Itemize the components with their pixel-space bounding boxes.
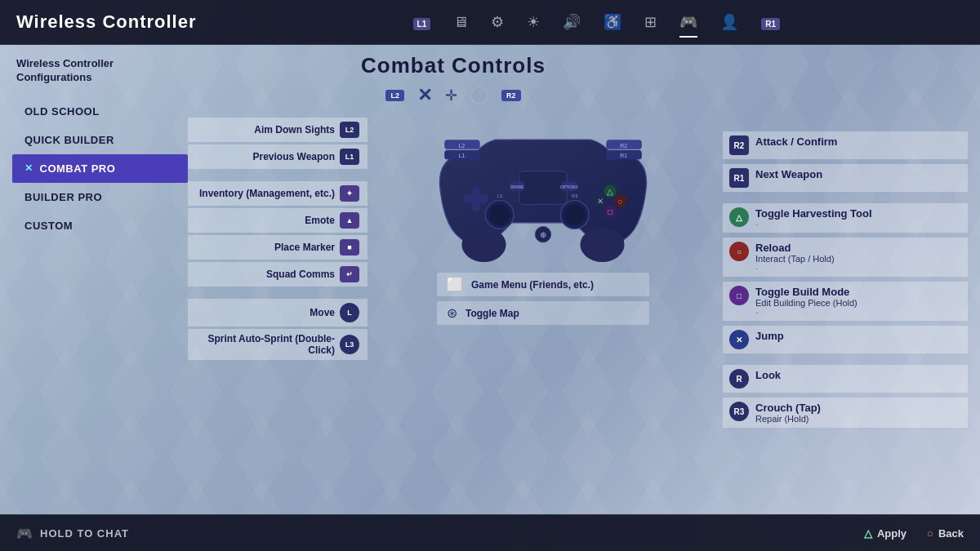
top-navigation-bar: Wireless Controller L1 🖥 ⚙ ☀ 🔊 ♿ ⊞ 🎮 👤 R… bbox=[0, 0, 980, 45]
square-btn: □ bbox=[729, 286, 749, 305]
mapping-label: Previous Weapon bbox=[253, 151, 335, 162]
mapping-label: Place Marker bbox=[274, 242, 335, 253]
nav-brightness[interactable]: ☀ bbox=[527, 13, 540, 31]
nav-audio[interactable]: 🔊 bbox=[563, 13, 581, 31]
check-icon: ✕ bbox=[24, 162, 33, 174]
jump-label: Jump bbox=[755, 330, 784, 342]
config-item-combat-pro[interactable]: ✕ COMBAT PRO bbox=[12, 154, 188, 183]
mapping-reload: ○ Reload Interact (Tap / Hold) - bbox=[723, 238, 968, 277]
harvesting-labels: Toggle Harvesting Tool - bbox=[755, 207, 872, 229]
nav-display[interactable]: 🖥 bbox=[453, 14, 468, 31]
mapping-label: Move bbox=[310, 307, 335, 318]
back-action[interactable]: ○ Back bbox=[927, 527, 964, 540]
svg-text:L3: L3 bbox=[497, 193, 502, 198]
l2-indicator: L2 bbox=[385, 90, 404, 101]
svg-text:△: △ bbox=[607, 187, 613, 196]
mapping-look: R Look bbox=[723, 365, 968, 393]
svg-text:L1: L1 bbox=[459, 153, 466, 158]
config-item-custom[interactable]: CUSTOM bbox=[12, 211, 188, 240]
controller-display: SHARE OPTIONS △ bbox=[368, 109, 719, 360]
reload-labels: Reload Interact (Tap / Hold) - bbox=[755, 242, 835, 273]
bottom-actions: △ Apply ○ Back bbox=[864, 527, 964, 540]
sprint-btn: L3 bbox=[340, 335, 359, 354]
game-menu-label: ⬜ Game Menu (Friends, etc.) bbox=[437, 273, 649, 296]
next-weapon-labels: Next Weapon bbox=[755, 168, 822, 180]
mapping-label: Aim Down Sights bbox=[254, 124, 335, 136]
top-trigger-row: L2 ✕ ✛ R2 bbox=[385, 85, 520, 106]
svg-text:✕: ✕ bbox=[597, 197, 604, 206]
svg-text:R2: R2 bbox=[620, 143, 627, 149]
full-layout: Wireless Controller Configurations OLD S… bbox=[0, 45, 980, 514]
marker-btn: ■ bbox=[340, 239, 359, 256]
toggle-map-label: ⊛ Toggle Map bbox=[437, 301, 649, 325]
nav-r1[interactable]: R1 bbox=[761, 14, 780, 31]
left-panel: Wireless Controller Configurations OLD S… bbox=[0, 45, 188, 514]
r1-btn: R1 bbox=[729, 168, 749, 188]
chat-icon: 🎮 bbox=[16, 526, 33, 541]
config-label: BUILDER PRO bbox=[24, 191, 102, 203]
mapping-sprint: Sprint Auto-Sprint (Double-Click) L3 bbox=[188, 329, 368, 360]
l1-btn: L1 bbox=[340, 149, 359, 165]
mapping-move: Move L bbox=[188, 299, 368, 327]
mapping-attack: R2 Attack / Confirm bbox=[723, 131, 968, 159]
nav-settings[interactable]: ⚙ bbox=[491, 13, 504, 31]
crouch-label: Crouch (Tap) bbox=[755, 402, 821, 414]
mapping-next-weapon: R1 Next Weapon bbox=[723, 164, 968, 192]
nav-network[interactable]: ⊞ bbox=[644, 13, 657, 31]
emote-btn: ▲ bbox=[340, 212, 359, 229]
mapping-build-mode: □ Toggle Build Mode Edit Building Piece … bbox=[723, 282, 968, 321]
chat-label: HOLD TO CHAT bbox=[40, 527, 129, 540]
nav-controller[interactable]: 🎮 bbox=[679, 13, 697, 31]
svg-text:OPTIONS: OPTIONS bbox=[560, 185, 578, 189]
triangle-btn: △ bbox=[729, 207, 749, 227]
cross-icon: ✕ bbox=[417, 85, 432, 106]
look-label: Look bbox=[755, 369, 781, 381]
svg-text:○: ○ bbox=[618, 197, 623, 206]
svg-text:SHARE: SHARE bbox=[510, 185, 524, 189]
svg-point-0 bbox=[461, 227, 506, 262]
mapping-inventory: Inventory (Management, etc.) ✦ bbox=[188, 181, 368, 206]
back-label: Back bbox=[938, 527, 964, 540]
build-label: Toggle Build Mode bbox=[755, 286, 858, 298]
mapping-jump: ✕ Jump bbox=[723, 326, 968, 353]
move-btn: L bbox=[340, 303, 359, 322]
mapping-aim-down-sights: Aim Down Sights L2 bbox=[188, 118, 368, 142]
attack-label: Attack / Confirm bbox=[755, 136, 837, 148]
mapping-crouch: R3 Crouch (Tap) Repair (Hold) bbox=[723, 398, 968, 428]
mapping-previous-weapon: Previous Weapon L1 bbox=[188, 144, 368, 169]
build-labels: Toggle Build Mode Edit Building Piece (H… bbox=[755, 286, 858, 317]
circle-indicator bbox=[470, 87, 488, 104]
game-menu-text: Game Menu (Friends, etc.) bbox=[471, 279, 594, 291]
mapping-label: Sprint Auto-Sprint (Double-Click) bbox=[196, 333, 335, 356]
nav-icon-row: L1 🖥 ⚙ ☀ 🔊 ♿ ⊞ 🎮 👤 R1 bbox=[229, 13, 964, 31]
nav-user[interactable]: 👤 bbox=[720, 13, 738, 31]
circle-btn: ○ bbox=[729, 242, 749, 261]
config-item-old-school[interactable]: OLD SCHOOL bbox=[12, 97, 188, 126]
config-item-quick-builder[interactable]: QUICK BUILDER bbox=[12, 126, 188, 154]
r3-crouch-btn: R3 bbox=[729, 402, 749, 421]
page-title: Wireless Controller bbox=[16, 11, 197, 33]
apply-action[interactable]: △ Apply bbox=[864, 527, 906, 540]
mapping-place-marker: Place Marker ■ bbox=[188, 235, 368, 260]
mapping-label: Inventory (Management, etc.) bbox=[199, 188, 335, 199]
move-icon: ✛ bbox=[445, 87, 457, 104]
apply-label: Apply bbox=[877, 527, 906, 540]
attack-labels: Attack / Confirm bbox=[755, 136, 837, 148]
svg-point-8 bbox=[489, 204, 510, 224]
reload-label: Reload bbox=[755, 242, 835, 254]
mapping-label: Squad Comms bbox=[266, 269, 335, 280]
config-item-builder-pro[interactable]: BUILDER PRO bbox=[12, 183, 188, 211]
next-weapon-label: Next Weapon bbox=[755, 168, 822, 180]
mapping-harvesting: △ Toggle Harvesting Tool - bbox=[723, 203, 968, 233]
config-label: CUSTOM bbox=[24, 220, 73, 232]
hold-to-chat: 🎮 HOLD TO CHAT bbox=[16, 526, 129, 541]
repair-label: Repair (Hold) bbox=[755, 414, 821, 424]
look-labels: Look bbox=[755, 369, 781, 381]
config-label: OLD SCHOOL bbox=[24, 105, 100, 118]
crouch-labels: Crouch (Tap) Repair (Hold) bbox=[755, 402, 821, 424]
l2-btn: L2 bbox=[340, 122, 359, 138]
svg-text:⊕: ⊕ bbox=[540, 230, 546, 239]
nav-l1[interactable]: L1 bbox=[413, 14, 431, 31]
svg-text:□: □ bbox=[608, 207, 612, 216]
nav-accessibility[interactable]: ♿ bbox=[604, 13, 621, 31]
